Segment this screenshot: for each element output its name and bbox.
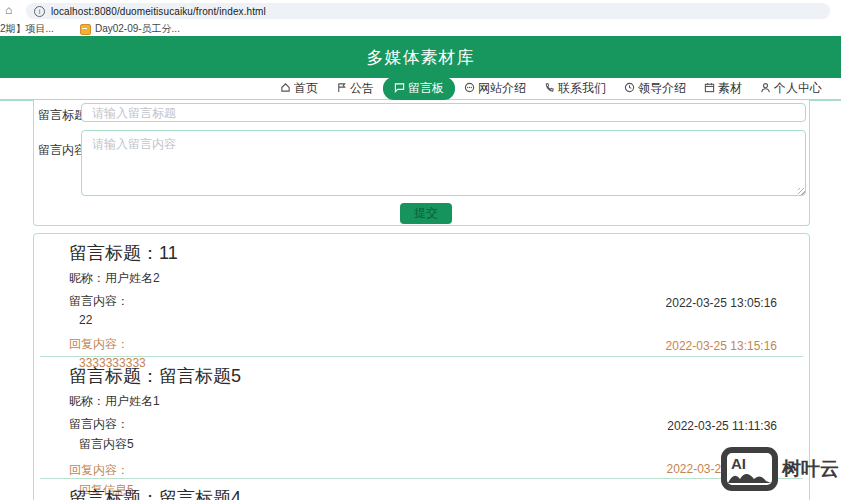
site-info-icon[interactable]: i (34, 6, 45, 17)
nav-label: 联系我们 (558, 80, 606, 97)
nav-item-contact-us[interactable]: 联系我们 (535, 78, 615, 99)
message-item: 留言标题：留言标题4 (40, 478, 803, 500)
bookmark-favicon (80, 24, 91, 35)
bookmark-item[interactable]: Day02-09-员工分... (80, 22, 180, 36)
nav-item-home[interactable]: 首页 (271, 78, 327, 99)
nav-item-material[interactable]: 素材 (695, 78, 751, 99)
phone-icon (544, 82, 558, 96)
bookmark-label: 2期】项目... (0, 22, 54, 36)
watermark-brand: 树叶云 (782, 456, 839, 482)
message-list: 留言标题：11 昵称：用户姓名2 留言内容： 22 回复内容： 33333333… (33, 233, 810, 500)
user-icon (760, 82, 774, 96)
message-content-value: 22 (69, 313, 777, 327)
nav-label: 留言板 (408, 80, 444, 97)
bookmark-item[interactable]: 2期】项目... (0, 22, 54, 36)
clock-icon (624, 82, 638, 96)
message-title: 留言标题：11 (69, 242, 777, 264)
nav-item-notice[interactable]: 公告 (327, 78, 383, 99)
address-url: localhost:8080/duomeitisucaiku/front/ind… (51, 6, 266, 17)
main-nav: 首页 公告 留言板 网站介绍 联系我们 领导介绍 素材 个人中心 (0, 78, 841, 101)
nav-label: 素材 (718, 80, 742, 97)
nav-item-site-intro[interactable]: 网站介绍 (455, 78, 535, 99)
site-title: 多媒体素材库 (367, 46, 475, 69)
site-header: 多媒体素材库 (0, 36, 841, 78)
message-timestamp: 2022-03-25 13:05:16 (666, 296, 777, 310)
bookmark-label: Day02-09-员工分... (95, 22, 180, 36)
flag-icon (336, 82, 350, 96)
calendar-icon (704, 82, 718, 96)
address-bar[interactable]: i localhost:8080/duomeitisucaiku/front/i… (26, 3, 830, 19)
textarea-resize-handle[interactable] (798, 188, 805, 195)
nav-label: 个人中心 (774, 80, 822, 97)
message-timestamp: 2022-03-25 11:11:36 (667, 419, 777, 433)
nav-item-leader-intro[interactable]: 领导介绍 (615, 78, 695, 99)
message-title: 留言标题：留言标题5 (69, 365, 777, 387)
message-nickname: 昵称：用户姓名2 (69, 270, 777, 287)
message-board-page: { "browser": { "url": "localhost:8080/du… (0, 0, 841, 500)
home-icon (280, 82, 294, 96)
message-content-textarea[interactable] (81, 130, 806, 196)
nav-item-message-board[interactable]: 留言板 (383, 77, 455, 100)
message-title: 留言标题：留言标题4 (69, 487, 777, 500)
submit-button[interactable]: 提交 (400, 203, 452, 224)
message-form: 留言标题： 留言内容： 提交 (33, 100, 810, 226)
comment-icon (464, 82, 478, 96)
browser-home-icon[interactable]: ⌂ (5, 4, 18, 17)
browser-toolbar: ⌂ i localhost:8080/duomeitisucaiku/front… (0, 0, 841, 22)
bookmarks-bar: 2期】项目... Day02-09-员工分... (0, 22, 841, 36)
svg-text:AI: AI (731, 455, 746, 472)
message-item: 留言标题：留言标题5 昵称：用户姓名1 留言内容： 留言内容5 回复内容： 回复… (40, 356, 803, 478)
message-title-input[interactable] (81, 103, 806, 122)
nav-label: 网站介绍 (478, 80, 526, 97)
chat-icon (394, 82, 408, 96)
reply-timestamp: 2022-03-25 13:15:16 (666, 339, 777, 353)
nav-label: 领导介绍 (638, 80, 686, 97)
watermark-logo-icon: AI (721, 447, 778, 491)
message-content-value: 留言内容5 (69, 436, 777, 453)
watermark: AI 树叶云 (721, 447, 841, 491)
message-nickname: 昵称：用户姓名1 (69, 393, 777, 410)
message-item: 留言标题：11 昵称：用户姓名2 留言内容： 22 回复内容： 33333333… (40, 234, 803, 356)
nav-label: 首页 (294, 80, 318, 97)
nav-label: 公告 (350, 80, 374, 97)
nav-item-user-center[interactable]: 个人中心 (751, 78, 831, 99)
